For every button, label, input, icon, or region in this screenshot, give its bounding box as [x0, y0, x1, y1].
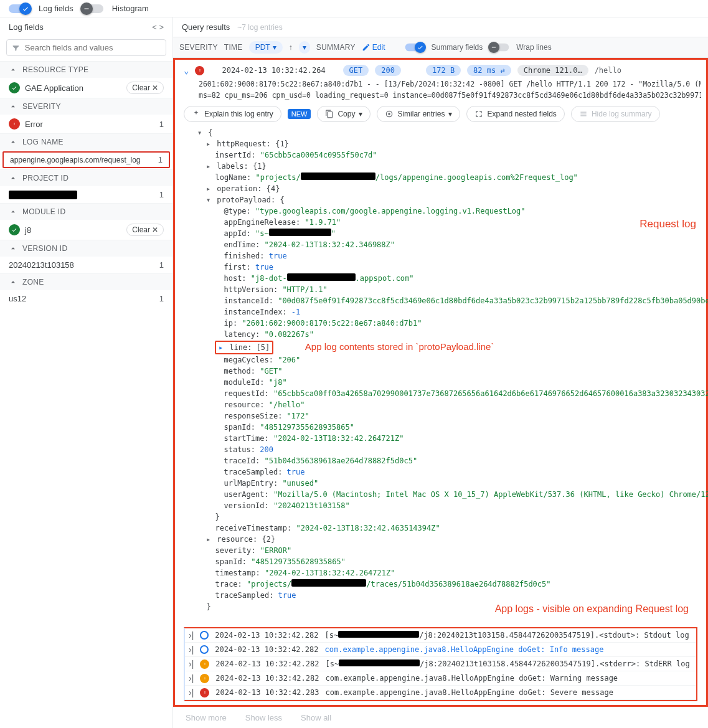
annotation-line: App log contents stored in `protoPayload…: [305, 341, 494, 352]
main-panel: Query results ~7 log entries SEVERITY TI…: [173, 17, 708, 728]
item-zone[interactable]: us12 1: [0, 290, 172, 307]
expand-button[interactable]: Expand nested fields: [466, 106, 564, 122]
latency-pill: 82 ms ⇄: [467, 65, 511, 76]
results-toolbar: SEVERITY TIME PDT ▾ ↑ ▾ SUMMARY Edit Sum…: [173, 37, 708, 58]
log-entry-expanded: ⌄ 2024-02-13 10:32:42.264 GET 200 172 B …: [173, 58, 708, 707]
pencil-icon: [362, 43, 371, 52]
minus-icon: [491, 44, 498, 51]
chevron-up-icon: [9, 65, 17, 74]
group-logname[interactable]: LOG NAME: [0, 133, 172, 150]
group-moduleid[interactable]: MODULE ID: [0, 203, 172, 220]
collapse-icon[interactable]: ⌄: [184, 65, 189, 75]
query-results-title: Query results: [182, 22, 230, 32]
warning-icon: [200, 659, 209, 669]
ua-pill: Chrome 121.0…: [517, 65, 588, 76]
edit-link[interactable]: Edit: [362, 43, 385, 52]
similar-button[interactable]: Similar entries ▾: [377, 106, 460, 122]
svg-point-1: [389, 113, 391, 115]
list-icon: [579, 110, 588, 118]
entry-timestamp: 2024-02-13 10:32:42.264: [222, 66, 325, 75]
json-tree[interactable]: { httpRequest: {1} insertId: "65cbb5ca00…: [180, 127, 701, 616]
chevron-up-icon: [9, 207, 17, 216]
chevron-up-icon: [9, 102, 17, 111]
minus-icon: [83, 5, 90, 12]
group-severity[interactable]: SEVERITY: [0, 98, 172, 115]
redacted-project: [9, 191, 77, 199]
child-log-row[interactable]: ›| 2024-02-13 10:32:42.282 com.example.a…: [185, 643, 696, 657]
clear-chip[interactable]: Clear ✕: [126, 224, 164, 236]
close-icon: ✕: [152, 225, 158, 234]
annotation-request-log: Request log: [640, 218, 696, 230]
filter-icon: [12, 44, 20, 52]
item-gae-app[interactable]: GAE Application Clear ✕: [0, 78, 172, 98]
chevron-up-icon: [9, 138, 17, 146]
raw-line-1: 2601:602:9000:8170:5c22:8e67:a840:d7b1 -…: [180, 78, 701, 90]
top-toolbar: Log fields Histogram: [0, 0, 708, 17]
raw-line-2: ms=82 cpu_ms=206 cpm_usd=0 loading_reque…: [180, 90, 701, 101]
show-less-link[interactable]: Show less: [245, 713, 282, 722]
group-zone[interactable]: ZONE: [0, 273, 172, 290]
show-all-link[interactable]: Show all: [301, 713, 331, 722]
chevron-up-icon: [9, 244, 17, 253]
copy-button[interactable]: Copy ▾: [317, 106, 371, 122]
check-icon: [22, 5, 29, 12]
logfields-label: Log fields: [39, 4, 73, 13]
item-versionid[interactable]: 20240213t103158 1: [0, 257, 172, 273]
histogram-label: Histogram: [112, 4, 149, 13]
check-circle-icon: [9, 224, 20, 235]
chevron-up-icon: [9, 174, 17, 182]
annotation-app-logs: App logs - visible on expanding Request …: [495, 603, 689, 614]
check-icon: [417, 44, 423, 51]
sidebar-title: Log fields: [9, 22, 44, 32]
child-log-row[interactable]: ›| 2024-02-13 10:32:42.282 [s~/j8:202402…: [185, 628, 696, 643]
group-resource[interactable]: RESOURCE TYPE: [0, 61, 172, 78]
search-input[interactable]: [25, 43, 161, 52]
child-log-row[interactable]: ›| 2024-02-13 10:32:42.283 com.example.a…: [185, 686, 696, 700]
expand-collapse-icon[interactable]: < >: [152, 22, 164, 32]
child-logs: ›| 2024-02-13 10:32:42.282 [s~/j8:202402…: [184, 627, 697, 701]
histogram-toggle[interactable]: [82, 4, 103, 13]
error-circle-icon: [9, 118, 20, 130]
timezone-dropdown[interactable]: PDT ▾: [249, 41, 283, 54]
hide-summary-button: Hide log summary: [571, 106, 660, 122]
target-icon: [385, 110, 394, 118]
summary-fields-toggle[interactable]: [405, 44, 424, 52]
clear-chip[interactable]: Clear ✕: [126, 82, 164, 94]
info-outline-icon: [200, 631, 209, 640]
group-versionid[interactable]: VERSION ID: [0, 240, 172, 257]
request-path: /hello: [595, 66, 621, 75]
item-request-log[interactable]: appengine.googleapis.com/request_log 1: [2, 151, 170, 168]
item-error[interactable]: Error 1: [0, 115, 172, 133]
footer-links: Show more Show less Show all: [173, 707, 708, 728]
logfields-toggle[interactable]: [9, 4, 30, 13]
warning-icon: [200, 674, 209, 683]
sidebar-search[interactable]: [6, 39, 166, 56]
expand-icon: [474, 110, 483, 118]
item-j8[interactable]: j8 Clear ✕: [0, 220, 172, 240]
sparkle-icon: [192, 110, 201, 118]
new-badge: NEW: [288, 109, 311, 119]
group-projectid[interactable]: PROJECT ID: [0, 169, 172, 186]
sort-asc-icon[interactable]: ↑: [289, 43, 293, 52]
method-pill: GET: [343, 65, 369, 76]
check-circle-icon: [9, 82, 20, 93]
child-log-row[interactable]: ›| 2024-02-13 10:32:42.282 com.example.a…: [185, 671, 696, 686]
error-circle-icon: [195, 66, 204, 75]
item-projectid[interactable]: 1: [0, 186, 172, 203]
explain-button[interactable]: Explain this log entry: [184, 106, 281, 122]
query-results-hint: ~7 log entries: [237, 23, 282, 32]
show-more-link[interactable]: Show more: [186, 713, 227, 722]
copy-icon: [325, 110, 334, 118]
wrap-toggle[interactable]: [490, 44, 509, 52]
dropdown-icon[interactable]: ▾: [299, 41, 310, 54]
close-icon: ✕: [152, 83, 158, 92]
chevron-up-icon: [9, 278, 17, 286]
child-log-row[interactable]: ›| 2024-02-13 10:32:42.282 [s~/j8:202402…: [185, 657, 696, 671]
line-highlight: line: [5]: [215, 341, 273, 354]
error-circle-icon: [200, 688, 209, 697]
info-outline-icon: [200, 645, 209, 654]
size-pill: 172 B: [426, 65, 461, 76]
status-pill: 200: [375, 65, 401, 76]
sidebar: Log fields < > RESOURCE TYPE GAE Applica…: [0, 17, 173, 728]
